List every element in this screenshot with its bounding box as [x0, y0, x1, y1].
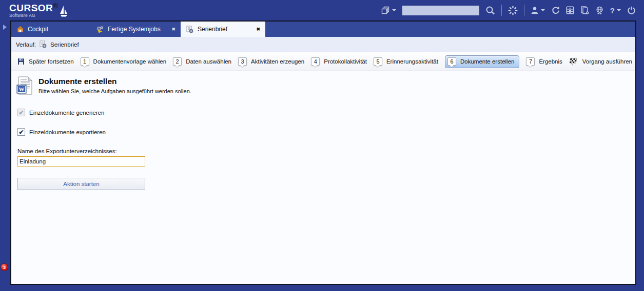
stacked-windows-icon: [381, 6, 390, 14]
svg-text:W: W: [19, 86, 25, 92]
documents-icon[interactable]: [580, 6, 589, 14]
page-subtitle: Bitte wählen Sie, welche Aufgaben ausgef…: [38, 88, 191, 94]
wizard-step-3[interactable]: 3 Aktivitäten erzeugen: [238, 57, 304, 66]
notification-badge[interactable]: 3: [1, 263, 8, 271]
panel-expand-arrow-icon[interactable]: [3, 25, 7, 30]
export-subdirectory-input[interactable]: [17, 156, 145, 167]
wizard-step-7[interactable]: 7 Ergebnis: [526, 57, 562, 66]
checkbox-row-generate: Einzeldokumente generieren: [17, 109, 630, 116]
web-link-icon[interactable]: [595, 6, 604, 15]
checkbox-label: Einzeldokumente generieren: [29, 110, 104, 116]
checkbox-row-export: Einzeldokumente exportieren: [17, 128, 630, 136]
chevron-down-icon: [392, 9, 396, 11]
systemjobs-gears-icon: [96, 26, 104, 33]
user-icon: [531, 6, 539, 14]
wizard-step-2[interactable]: 2 Daten auswählen: [173, 57, 231, 66]
chevron-down-icon: [541, 9, 545, 11]
separator: [501, 5, 502, 16]
checkbox-generate-documents: [17, 109, 25, 116]
step-number-badge: 7: [526, 57, 535, 66]
user-menu[interactable]: [531, 6, 545, 14]
help-icon: ?: [610, 6, 615, 15]
breadcrumb-label: Verlauf:: [16, 41, 36, 48]
cursor-logo-text: CURSOR® Software AG: [9, 3, 58, 18]
page-header: W Dokumente erstellen Bitte wählen Sie, …: [16, 76, 630, 95]
checkered-flag-icon: [569, 58, 578, 66]
wizard-step-label: Ergebnis: [539, 58, 562, 65]
wizard-step-4[interactable]: 4 Protokollaktivität: [311, 57, 367, 66]
sailboat-icon: [59, 5, 68, 18]
tab-fertige-systemjobs[interactable]: Fertige Systemjobs: [91, 22, 181, 37]
document-gear-icon: [186, 26, 194, 33]
checkbox-label: Einzeldokumente exportieren: [29, 129, 106, 135]
save-later-button[interactable]: Später fortsetzen: [17, 58, 74, 65]
wizard-step-label: Dokumentenvorlage wählen: [93, 58, 167, 65]
wizard-step-label: Daten auswählen: [186, 58, 231, 65]
wizard-step-label: Dokumente erstellen: [460, 58, 514, 65]
global-search-input[interactable]: [402, 6, 479, 15]
step-number-badge: 6: [447, 57, 456, 66]
page-header-text: Dokumente erstellen Bitte wählen Sie, we…: [38, 76, 191, 94]
breadcrumb: Verlauf: Serienbrief: [11, 37, 635, 52]
topbar-actions: ?: [381, 5, 636, 16]
wizard-step-label: Erinnerungsaktivität: [386, 58, 438, 65]
wizard-step-label: Protokollaktivität: [324, 58, 367, 65]
wizard-toolbar: Später fortsetzen 1 Dokumentenvorlage wä…: [11, 52, 635, 71]
separator: [524, 5, 524, 16]
button-label: Aktion starten: [63, 181, 99, 187]
brand-subtitle: Software AG: [9, 13, 58, 18]
page-title: Dokumente erstellen: [38, 77, 191, 86]
archive-cabinet-icon[interactable]: [566, 6, 574, 14]
tab-label: Fertige Systemjobs: [108, 26, 161, 33]
step-number-badge: 4: [311, 57, 320, 66]
cursor-logo: CURSOR® Software AG: [9, 3, 68, 18]
wizard-step-label: Aktivitäten erzeugen: [251, 58, 304, 65]
tab-label: Cockpit: [28, 26, 48, 33]
tab-bar: Cockpit Fertige Systemjobs: [11, 22, 635, 37]
top-bar: CURSOR® Software AG: [0, 0, 644, 20]
content-area: W Dokumente erstellen Bitte wählen Sie, …: [11, 71, 635, 284]
export-subdirectory-label: Name des Exportunterverzeichnisses:: [17, 148, 630, 154]
workspace-frame: Cockpit Fertige Systemjobs: [10, 20, 636, 285]
application-window: CURSOR® Software AG: [0, 0, 644, 20]
floppy-save-icon: [17, 58, 25, 65]
close-tab-icon[interactable]: [171, 27, 175, 32]
wizard-item-label: Später fortsetzen: [29, 58, 74, 65]
window-switcher-icon[interactable]: [381, 6, 396, 14]
busy-spinner-icon: [508, 6, 518, 15]
refresh-icon[interactable]: [551, 6, 560, 14]
search-icon[interactable]: [485, 6, 495, 15]
tab-label: Serienbrief: [198, 26, 227, 33]
brand-name: CURSOR: [9, 3, 53, 13]
wizard-step-1[interactable]: 1 Dokumentenvorlage wählen: [81, 57, 167, 66]
help-menu[interactable]: ?: [610, 6, 621, 15]
step-number-badge: 5: [374, 57, 382, 66]
tab-serienbrief[interactable]: Serienbrief: [181, 22, 265, 37]
wizard-item-label: Vorgang ausführen: [582, 58, 632, 65]
wizard-step-6-active[interactable]: 6 Dokumente erstellen: [445, 55, 519, 68]
step-number-badge: 1: [81, 57, 89, 66]
word-document-icon: W: [16, 76, 33, 95]
start-action-button[interactable]: Aktion starten: [17, 178, 145, 190]
close-tab-icon[interactable]: [256, 27, 260, 32]
power-icon[interactable]: [627, 6, 636, 15]
chevron-down-icon: [617, 9, 621, 11]
step-number-badge: 3: [238, 57, 247, 66]
breadcrumb-item-serienbrief[interactable]: Serienbrief: [50, 41, 79, 48]
home-icon: [16, 26, 24, 33]
wizard-step-5[interactable]: 5 Erinnerungsaktivität: [374, 57, 438, 66]
document-gear-icon: [39, 40, 47, 48]
checkbox-export-documents[interactable]: [17, 128, 25, 136]
step-number-badge: 2: [173, 57, 182, 66]
tab-cockpit[interactable]: Cockpit: [11, 22, 91, 37]
registered-mark: ®: [53, 2, 58, 10]
execute-process-button[interactable]: Vorgang ausführen: [569, 58, 632, 66]
